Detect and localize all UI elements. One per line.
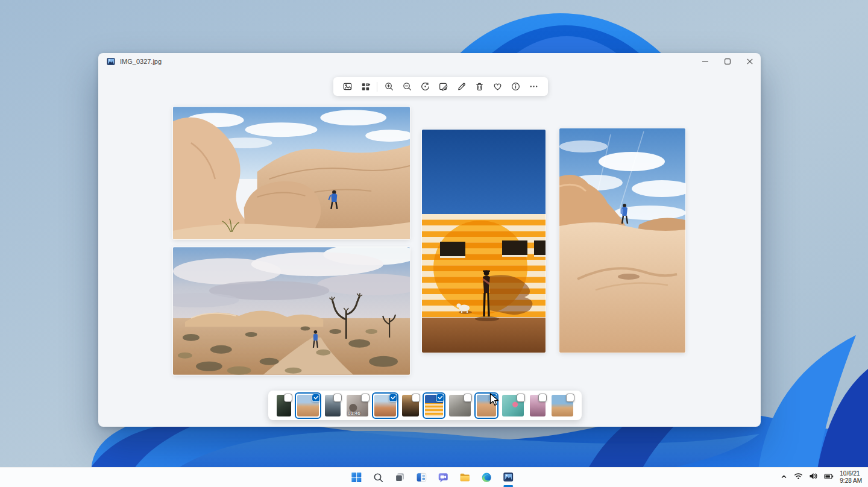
thumbnail-checkbox-unchecked[interactable] — [538, 394, 547, 402]
volume-icon[interactable] — [809, 472, 818, 483]
widgets-icon[interactable] — [414, 470, 429, 485]
window-controls — [694, 53, 761, 69]
filmstrip-thumbnail-6[interactable] — [400, 392, 421, 419]
tray-time: 9:28 AM — [840, 477, 862, 485]
edge-icon[interactable] — [479, 470, 494, 485]
taskbar: 10/6/21 9:28 AM — [0, 467, 868, 487]
grid-favorites-icon[interactable] — [359, 80, 372, 93]
tray-clock[interactable]: 10/6/21 9:28 AM — [840, 470, 862, 485]
zoom-in-icon[interactable] — [382, 80, 395, 93]
markup-pencil-icon[interactable] — [455, 80, 468, 93]
taskbar-center-icons — [348, 468, 516, 487]
thumbnail-checkbox-unchecked[interactable] — [517, 394, 525, 402]
photo-orange-striped-wall[interactable] — [422, 130, 546, 353]
search-icon[interactable] — [370, 470, 386, 485]
window-title: IMG_0327.jpg — [120, 58, 162, 65]
tray-date: 10/6/21 — [840, 470, 862, 477]
thumbnail-checkbox-unchecked[interactable] — [333, 394, 342, 402]
filmstrip-thumbnail-5[interactable] — [372, 392, 398, 419]
photo-desert-sky-hiker[interactable] — [559, 128, 685, 353]
delete-icon[interactable] — [473, 80, 486, 93]
maximize-button[interactable] — [716, 53, 738, 69]
photo-toolbar — [333, 77, 548, 96]
zoom-out-icon[interactable] — [400, 80, 414, 93]
crop-edit-icon[interactable] — [436, 80, 450, 93]
desktop: IMG_0327.jpg — [0, 0, 868, 487]
wifi-icon[interactable] — [794, 472, 803, 483]
rotate-icon[interactable] — [418, 80, 432, 93]
photos-taskbar-icon[interactable] — [500, 470, 516, 485]
thumbnail-checkbox-unchecked[interactable] — [464, 394, 472, 402]
photos-app-icon — [107, 57, 115, 66]
titlebar[interactable]: IMG_0327.jpg — [98, 53, 761, 69]
thumbnail-checkbox-unchecked[interactable] — [284, 394, 292, 402]
system-tray: 10/6/21 9:28 AM — [780, 468, 862, 487]
more-icon[interactable] — [527, 80, 541, 93]
task-view-icon[interactable] — [392, 470, 407, 485]
filmstrip-thumbnail-3[interactable] — [322, 392, 343, 419]
start-button[interactable] — [348, 470, 364, 485]
mouse-cursor — [488, 393, 500, 409]
filmstrip-thumbnail-8[interactable] — [447, 392, 473, 419]
filmstrip-thumbnail-10[interactable] — [500, 392, 526, 419]
filmstrip-thumbnail-12[interactable] — [549, 392, 576, 419]
thumbnail-checkbox-unchecked[interactable] — [412, 394, 420, 402]
image-view-icon[interactable] — [341, 80, 354, 93]
chat-icon[interactable] — [435, 470, 451, 485]
filmstrip-thumbnail-2[interactable] — [295, 392, 321, 419]
file-explorer-icon[interactable] — [457, 470, 473, 485]
photo-joshua-tree-desert[interactable] — [173, 247, 410, 375]
filmstrip-thumbnail-1[interactable] — [274, 392, 294, 419]
filmstrip-thumbnail-4[interactable]: 01:46 — [344, 392, 371, 419]
photo-desert-rocks-hiker[interactable] — [173, 107, 410, 239]
thumbnail-checkbox-checked[interactable] — [312, 394, 320, 402]
favorite-icon[interactable] — [491, 80, 505, 93]
thumbnail-checkbox-checked[interactable] — [436, 394, 444, 402]
tray-chevron-icon[interactable] — [780, 472, 788, 483]
thumbnail-checkbox-unchecked[interactable] — [566, 394, 574, 402]
thumbnail-checkbox-checked[interactable] — [389, 394, 397, 402]
video-duration-badge: 01:46 — [348, 410, 360, 416]
filmstrip: 01:46 — [268, 391, 582, 420]
battery-icon[interactable] — [824, 472, 834, 483]
toolbar-divider — [377, 82, 377, 92]
filmstrip-thumbnail-11[interactable] — [527, 392, 548, 419]
filmstrip-thumbnail-7[interactable] — [423, 392, 445, 419]
info-icon[interactable] — [509, 80, 523, 93]
thumbnail-checkbox-unchecked[interactable] — [361, 394, 370, 402]
close-button[interactable] — [738, 53, 761, 69]
minimize-button[interactable] — [694, 53, 716, 69]
photos-app-window: IMG_0327.jpg — [98, 53, 761, 427]
